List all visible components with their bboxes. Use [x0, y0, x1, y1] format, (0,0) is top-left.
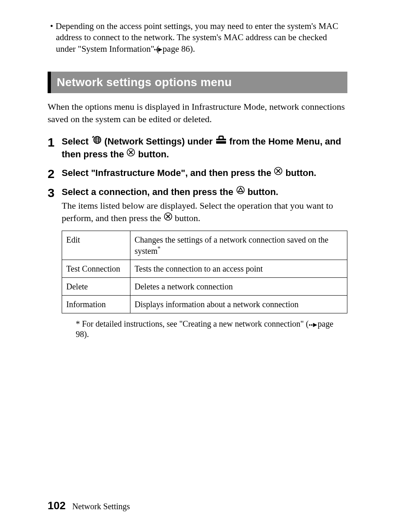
note-text-1: Depending on the access point settings, …: [55, 21, 338, 54]
table-row: Edit Changes the settings of a network c…: [62, 231, 347, 260]
steps-list: 1 Select (Network Settings) under from t…: [48, 135, 347, 339]
footnote-text-after: ).: [84, 330, 89, 339]
op-name: Information: [62, 296, 130, 313]
operations-table: Edit Changes the settings of a network c…: [62, 231, 347, 313]
page-number: 102: [48, 499, 65, 512]
step-number: 1: [48, 135, 62, 149]
svg-marker-23: [313, 323, 317, 327]
svg-marker-2: [158, 48, 162, 52]
table-row: Delete Deletes a network connection: [62, 278, 347, 296]
svg-rect-9: [216, 140, 226, 141]
svg-point-21: [309, 324, 311, 326]
reference-arrow-icon: [159, 44, 163, 55]
section-heading-bar: Network settings options menu: [48, 72, 347, 93]
op-desc: Changes the settings of a network connec…: [130, 231, 347, 260]
footnote-star: *: [158, 246, 161, 252]
footer-section-name: Network Settings: [72, 502, 130, 511]
settings-toolbox-icon: [215, 135, 227, 147]
x-button-icon: [126, 148, 135, 160]
op-name: Delete: [62, 278, 130, 296]
op-name: Edit: [62, 231, 130, 260]
step-2-text-b: button.: [283, 168, 316, 178]
bullet: •: [50, 21, 55, 31]
footnote-text-before: For detailed instructions, see "Creating…: [80, 319, 308, 328]
step-2-text-a: Select "Infrastructure Mode", and then p…: [62, 168, 274, 178]
step-1-text-b: (Network Settings) under: [102, 136, 215, 147]
step-1: 1 Select (Network Settings) under from t…: [48, 135, 347, 161]
section-intro: When the options menu is displayed in In…: [48, 101, 347, 125]
table-row: Test Connection Tests the connection to …: [62, 260, 347, 278]
op-name: Test Connection: [62, 260, 130, 278]
step-number: 3: [48, 186, 62, 199]
triangle-button-icon: [236, 185, 245, 198]
step-3: 3 Select a connection, and then press th…: [48, 186, 347, 339]
x-button-icon: [164, 212, 173, 224]
footnote-asterisk: *: [76, 319, 80, 328]
step-2: 2 Select "Infrastructure Mode", and then…: [48, 167, 347, 180]
step-3-desc-b: button.: [173, 213, 200, 223]
reference-arrow-icon: [308, 320, 318, 330]
note-text-2: ).: [190, 44, 195, 54]
svg-point-0: [154, 49, 156, 51]
op-desc: Displays information about a network con…: [130, 296, 347, 313]
step-3-description: The items listed below are displayed. Se…: [62, 200, 347, 225]
svg-marker-17: [238, 188, 242, 192]
mac-address-note: •Depending on the access point settings,…: [48, 21, 347, 55]
op-desc-text: Changes the settings of a network connec…: [135, 235, 328, 255]
section-title: Network settings options menu: [57, 76, 232, 89]
svg-point-22: [311, 324, 313, 326]
step-number: 2: [48, 167, 62, 180]
op-desc: Deletes a network connection: [130, 278, 347, 296]
table-footnote: * For detailed instructions, see "Creati…: [62, 319, 347, 339]
x-button-icon: [274, 166, 283, 179]
step-1-text-d: button.: [135, 149, 169, 159]
svg-point-1: [156, 49, 158, 51]
note-ref-page: page 86: [163, 44, 190, 54]
step-3-title: Select a connection, and then press the …: [62, 186, 347, 199]
step-3-text-b: button.: [245, 187, 279, 197]
table-row: Information Displays information about a…: [62, 296, 347, 313]
step-3-text-a: Select a connection, and then press the: [62, 187, 236, 197]
step-2-title: Select "Infrastructure Mode", and then p…: [62, 167, 347, 180]
step-1-text-a: Select: [62, 136, 91, 147]
network-settings-icon: [91, 135, 102, 147]
step-1-title: Select (Network Settings) under from the…: [62, 135, 347, 161]
op-desc: Tests the connection to an access point: [130, 260, 347, 278]
page-footer: 102 Network Settings: [48, 499, 130, 512]
